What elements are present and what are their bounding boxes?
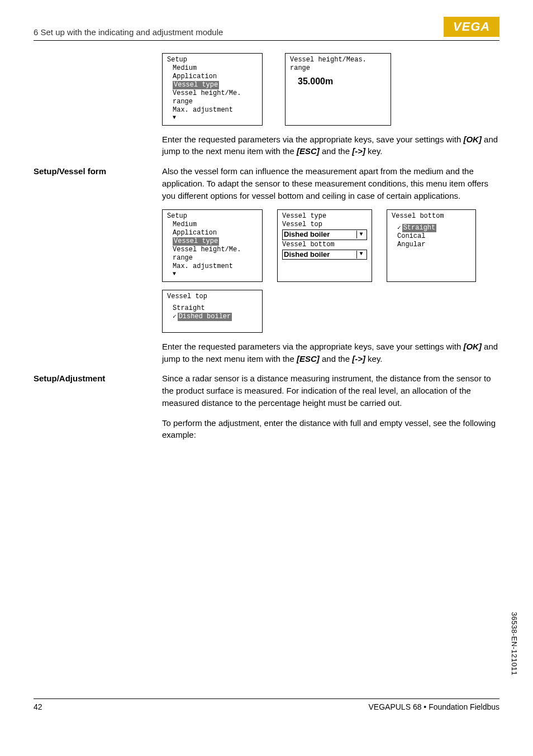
right-col-1: Setup Medium Application Vessel type Ves… bbox=[162, 53, 499, 165]
vega-logo: VEGA bbox=[444, 17, 499, 37]
block-3: Setup/Adjustment Since a radar sensor is… bbox=[34, 372, 499, 449]
section-title: 6 Set up with the indicating and adjustm… bbox=[34, 27, 223, 37]
dropdown-vessel-bottom[interactable]: Dished boiler ▼ bbox=[282, 250, 367, 260]
page-footer: 42 VEGAPULS 68 • Foundation Fieldbus bbox=[34, 698, 499, 711]
lcd-line: Vessel height/Me. range bbox=[167, 89, 258, 106]
arrow-key: [->] bbox=[352, 146, 365, 156]
esc-key: [ESC] bbox=[297, 354, 320, 363]
ok-key: [OK] bbox=[463, 342, 482, 351]
lcd-label: Vessel bottom bbox=[282, 241, 367, 249]
lcd-meas-range: Vessel height/Meas. range 35.000m bbox=[285, 53, 391, 126]
paragraph: To perform the adjustment, enter the dis… bbox=[162, 417, 499, 442]
doc-id-vertical: 36538-EN-121011 bbox=[510, 612, 518, 676]
dropdown-value: Dished boiler bbox=[284, 250, 330, 259]
right-col-3: Since a radar sensor is a distance measu… bbox=[162, 372, 499, 449]
lcd-line-highlighted: Vessel type bbox=[167, 237, 258, 246]
paragraph: Enter the requested parameters via the a… bbox=[162, 133, 499, 158]
page-header: 6 Set up with the indicating and adjustm… bbox=[34, 17, 499, 41]
lcd-vessel-type: Vessel type Vessel top Dished boiler ▼ V… bbox=[277, 209, 372, 282]
right-col-2: Also the vessel form can influence the m… bbox=[162, 165, 499, 372]
lcd-setup-2: Setup Medium Application Vessel type Ves… bbox=[162, 209, 263, 282]
lcd-title: Vessel type bbox=[282, 212, 367, 221]
lcd-setup-1: Setup Medium Application Vessel type Ves… bbox=[162, 53, 263, 126]
lcd-line: Application bbox=[167, 229, 258, 237]
screens-row-2b: Vessel top Straight Dished boiler bbox=[162, 290, 499, 333]
dropdown-vessel-top[interactable]: Dished boiler ▼ bbox=[282, 229, 367, 240]
paragraph: Since a radar sensor is a distance measu… bbox=[162, 372, 499, 409]
arrow-key: [->] bbox=[352, 354, 365, 363]
screens-row-1: Setup Medium Application Vessel type Ves… bbox=[162, 53, 499, 126]
lcd-line: Vessel height/Me. range bbox=[167, 246, 258, 262]
lcd-title: Vessel height/Meas. range bbox=[290, 56, 386, 73]
left-label-adjustment: Setup/Adjustment bbox=[34, 372, 151, 449]
left-spacer-1 bbox=[34, 53, 151, 165]
lcd-line: Max. adjustment bbox=[167, 106, 258, 114]
paragraph: Enter the requested parameters via the a… bbox=[162, 341, 499, 365]
chevron-down-icon: ▼ bbox=[356, 251, 365, 259]
lcd-title: Vessel top bbox=[167, 293, 258, 301]
lcd-option-selected: Dished boiler bbox=[167, 313, 258, 321]
lcd-title: Vessel bottom bbox=[392, 212, 471, 221]
lcd-line: Medium bbox=[167, 64, 258, 73]
lcd-label: Vessel top bbox=[282, 221, 367, 229]
lcd-option: Angular bbox=[392, 241, 471, 249]
lcd-option: Straight bbox=[167, 304, 258, 313]
dropdown-value: Dished boiler bbox=[284, 230, 330, 239]
lcd-line-highlighted: Vessel type bbox=[167, 81, 258, 89]
left-label-vessel-form: Setup/Vessel form bbox=[34, 165, 151, 372]
lcd-title: Setup bbox=[167, 212, 258, 221]
lcd-option: Conical bbox=[392, 232, 471, 241]
lcd-vessel-top: Vessel top Straight Dished boiler bbox=[162, 290, 263, 333]
chevron-down-icon: ▼ bbox=[356, 231, 365, 238]
lcd-value: 35.000m bbox=[290, 73, 386, 87]
product-name: VEGAPULS 68 • Foundation Fieldbus bbox=[369, 702, 499, 711]
block-1: Setup Medium Application Vessel type Ves… bbox=[34, 53, 499, 165]
lcd-option-selected: Straight bbox=[392, 224, 471, 232]
lcd-line: Medium bbox=[167, 221, 258, 229]
down-arrow-icon: ▼ bbox=[167, 114, 258, 122]
block-2: Setup/Vessel form Also the vessel form c… bbox=[34, 165, 499, 372]
lcd-title: Setup bbox=[167, 56, 258, 64]
lcd-line: Max. adjustment bbox=[167, 262, 258, 271]
paragraph: Also the vessel form can influence the m… bbox=[162, 165, 499, 202]
vega-logo-text: VEGA bbox=[444, 17, 499, 37]
lcd-line: Application bbox=[167, 73, 258, 81]
down-arrow-icon: ▼ bbox=[167, 271, 258, 278]
screens-row-2a: Setup Medium Application Vessel type Ves… bbox=[162, 209, 499, 282]
esc-key: [ESC] bbox=[297, 146, 320, 156]
page-number: 42 bbox=[34, 702, 42, 711]
lcd-vessel-bottom: Vessel bottom Straight Conical Angular bbox=[387, 209, 476, 282]
ok-key: [OK] bbox=[463, 135, 482, 144]
